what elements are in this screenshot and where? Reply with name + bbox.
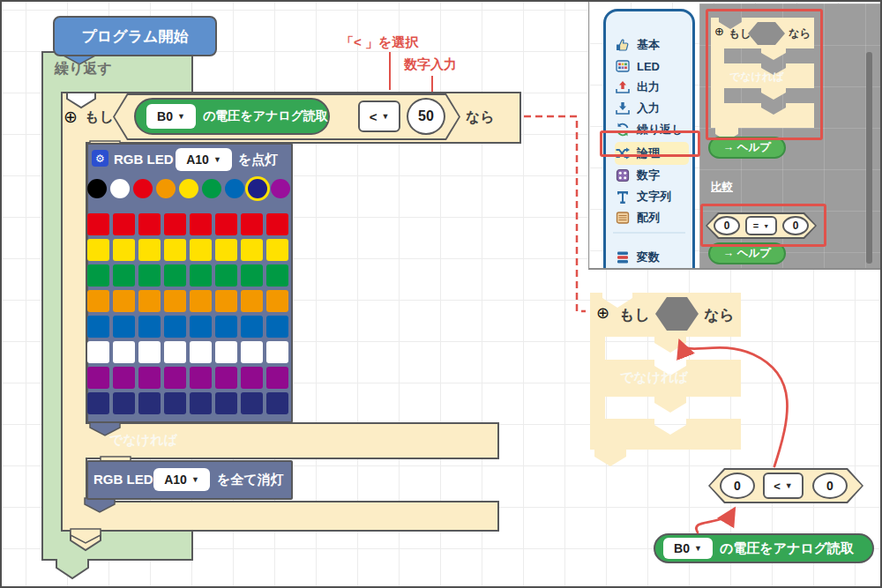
grid-cell[interactable] [215, 213, 237, 235]
screenshot-root: プログラム開始 繰り返す ⊕ もし B0▼ の電圧をアナログ読取 <▼ 50 な… [0, 0, 882, 588]
compare-operator-dropdown[interactable]: <▼ [763, 473, 804, 499]
palette-color[interactable] [110, 179, 130, 198]
grid-cell[interactable] [138, 290, 161, 312]
grid-cell[interactable] [215, 392, 237, 414]
grid-cell[interactable] [215, 264, 237, 287]
toolbox-item-input[interactable]: 入力 [615, 97, 689, 120]
operator-dropdown[interactable]: <▼ [358, 100, 400, 132]
rgb-on-port-dropdown[interactable]: A10▼ [176, 148, 232, 171]
port-dropdown[interactable]: B0▼ [663, 538, 713, 559]
grid-cell[interactable] [164, 316, 186, 338]
grid-cell[interactable] [138, 367, 161, 389]
toolbox-item-basic[interactable]: 基本 [615, 33, 689, 56]
grid-cell[interactable] [190, 316, 212, 338]
program-start-block[interactable]: プログラム開始 [53, 16, 217, 56]
grid-cell[interactable] [87, 264, 109, 287]
grid-cell[interactable] [190, 239, 212, 261]
grid-cell[interactable] [113, 367, 135, 389]
grid-cell[interactable] [87, 341, 109, 363]
grid-cell[interactable] [164, 367, 186, 389]
grid-cell[interactable] [266, 341, 288, 363]
grid-cell[interactable] [190, 392, 212, 414]
grid-cell[interactable] [266, 264, 288, 287]
grid-cell[interactable] [241, 316, 263, 338]
grid-cell[interactable] [164, 392, 186, 414]
toolbox-item-partial[interactable] [618, 269, 632, 270]
grid-cell[interactable] [113, 290, 135, 312]
palette-color[interactable] [271, 179, 290, 198]
grid-cell[interactable] [164, 341, 186, 363]
grid-cell[interactable] [190, 341, 212, 363]
palette-color[interactable] [87, 179, 107, 198]
grid-cell[interactable] [266, 213, 288, 235]
palette-color[interactable] [179, 179, 198, 198]
number-input[interactable]: 50 [407, 98, 445, 135]
grid-cell[interactable] [113, 239, 135, 261]
rgb-off-port-dropdown[interactable]: A10▼ [153, 468, 210, 491]
flyout-scrollbar[interactable] [866, 52, 872, 264]
grid-cell[interactable] [138, 213, 161, 235]
toolbox-item-output[interactable]: 出力 [615, 76, 689, 99]
grid-cell[interactable] [266, 392, 288, 414]
grid-cell[interactable] [87, 316, 109, 338]
grid-cell[interactable] [113, 341, 135, 363]
grid-cell[interactable] [87, 290, 109, 312]
grid-cell[interactable] [164, 290, 186, 312]
grid-cell[interactable] [241, 264, 263, 287]
palette-color[interactable] [202, 179, 221, 198]
grid-cell[interactable] [138, 341, 161, 363]
grid-cell[interactable] [266, 367, 288, 389]
grid-cell[interactable] [87, 239, 109, 261]
grid-cell[interactable] [215, 367, 237, 389]
grid-cell[interactable] [113, 264, 135, 287]
toolbox-item-variable[interactable]: 変数 [615, 246, 689, 269]
toolbox-item-array[interactable]: 配列 [615, 206, 689, 229]
grid-cell[interactable] [266, 316, 288, 338]
toolbox-item-led[interactable]: LED [615, 55, 689, 78]
palette-color[interactable] [225, 179, 244, 198]
grid-cell[interactable] [113, 316, 135, 338]
plus-icon[interactable]: ⊕ [64, 107, 78, 127]
grid-cell[interactable] [138, 264, 161, 287]
palette-color[interactable] [133, 179, 153, 198]
grid-cell[interactable] [215, 316, 237, 338]
grid-cell[interactable] [241, 341, 263, 363]
grid-cell[interactable] [113, 213, 135, 235]
grid-cell[interactable] [164, 239, 186, 261]
grid-cell[interactable] [190, 264, 212, 287]
grid-cell[interactable] [241, 290, 263, 312]
grid-cell[interactable] [113, 392, 135, 414]
toolbox-item-string[interactable]: 文字列 [615, 185, 689, 208]
palette-color[interactable] [248, 179, 267, 198]
grid-cell[interactable] [138, 316, 161, 338]
grid-cell[interactable] [215, 341, 237, 363]
grid-cell[interactable] [215, 239, 237, 261]
port-dropdown[interactable]: B0▼ [146, 104, 196, 129]
grid-cell[interactable] [190, 213, 212, 235]
grid-cell[interactable] [241, 213, 263, 235]
grid-cell[interactable] [164, 264, 186, 287]
grid-cell[interactable] [266, 290, 288, 312]
grid-cell[interactable] [266, 239, 288, 261]
compare-right-input[interactable]: 0 [812, 473, 848, 499]
grid-cell[interactable] [138, 239, 161, 261]
grid-cell[interactable] [87, 392, 109, 414]
grid-cell[interactable] [164, 213, 186, 235]
grid-cell[interactable] [190, 367, 212, 389]
grid-cell[interactable] [241, 367, 263, 389]
grid-cell[interactable] [241, 392, 263, 414]
program-start-label: プログラム開始 [82, 26, 189, 47]
gear-icon[interactable]: ⚙ [92, 150, 108, 167]
grid-cell[interactable] [241, 239, 263, 261]
output-icon [615, 79, 631, 95]
grid-cell[interactable] [87, 213, 109, 235]
grid-cell[interactable] [215, 290, 237, 312]
toolbox-item-number[interactable]: 数字 [615, 164, 689, 187]
palette-color[interactable] [156, 179, 176, 198]
grid-cell[interactable] [138, 392, 161, 414]
analog-read-block[interactable]: B0▼ の電圧をアナログ読取 [654, 533, 874, 563]
grid-cell[interactable] [87, 367, 109, 389]
grid-cell[interactable] [190, 290, 212, 312]
compare-left-input[interactable]: 0 [720, 473, 755, 499]
analog-read-block[interactable]: B0▼ の電圧をアナログ読取 [134, 98, 330, 135]
